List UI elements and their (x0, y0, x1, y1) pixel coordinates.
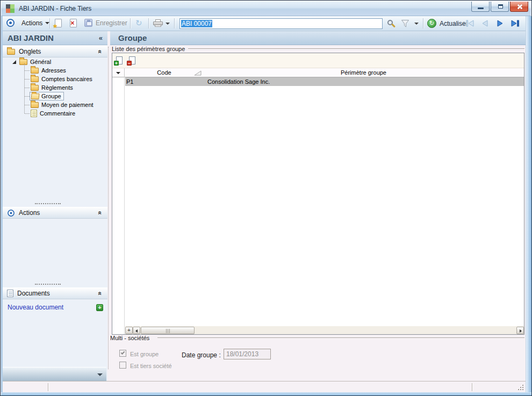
scrollbar-plus-button[interactable]: + (125, 327, 133, 334)
est-tiers-societe-label: Est tiers société (130, 363, 172, 369)
date-groupe-label: Date groupe : (182, 351, 221, 359)
panel-documents-header[interactable]: Documents « (3, 287, 107, 299)
tree-item-general[interactable]: Général (3, 57, 107, 66)
filter-dropdown-icon[interactable] (414, 23, 419, 25)
tree-expander-icon[interactable] (12, 60, 16, 64)
groupbox-multi-legend: Multi - sociétés (110, 335, 153, 341)
filter-icon[interactable] (400, 19, 410, 28)
folder-icon (7, 49, 15, 55)
new-record-button[interactable]: ★ (55, 19, 62, 27)
add-row-icon: + (116, 56, 123, 64)
actualiser-button[interactable]: ↻ Actualiser (427, 19, 468, 28)
save-label: Enregistrer (96, 19, 127, 27)
print-button[interactable] (153, 19, 163, 27)
actions-menu-button[interactable]: Actions (21, 19, 49, 27)
folder-icon (31, 76, 39, 82)
sidebar-splitter[interactable] (108, 47, 109, 369)
panel-onglets-header[interactable]: Onglets « (3, 46, 107, 57)
groupbox-perimetres-legend: Liste des périmètres groupe (112, 46, 188, 52)
table-row[interactable]: P1 Consolidation Sage Inc. (125, 77, 524, 86)
panel-splitter-handle[interactable] (35, 284, 61, 285)
grid-add-row-button[interactable]: + (116, 56, 123, 64)
statusbar-divider (472, 383, 472, 391)
sidebar-footer-bar[interactable] (3, 367, 106, 381)
tree-item-adresses[interactable]: Adresses (3, 66, 107, 75)
date-groupe-field: 18/01/2013 (224, 349, 271, 359)
nav-first-button[interactable] (465, 19, 475, 27)
panel-documents-label: Documents (17, 290, 50, 297)
collapse-panel-icon[interactable]: « (97, 292, 104, 296)
panel-actions-label: Actions (19, 209, 40, 217)
cell-perimetre: Consolidation Sage Inc. (207, 77, 270, 86)
collapse-panel-icon[interactable]: « (97, 50, 104, 54)
onglets-tree: Général Adresses Comptes bancaires Règle… (3, 57, 107, 118)
new-document-icon: ★ (55, 19, 62, 27)
scroll-right-button[interactable] (516, 327, 524, 334)
print-dropdown-icon[interactable] (166, 23, 170, 25)
status-bar (3, 381, 526, 392)
est-tiers-societe-checkbox[interactable] (119, 362, 126, 369)
collapse-panel-icon[interactable]: « (97, 211, 104, 215)
tree-item-reglements[interactable]: Règlements (3, 83, 107, 92)
column-header-code[interactable]: Code (125, 68, 203, 77)
resize-grip[interactable] (517, 384, 523, 390)
panel-actions-header[interactable]: Actions « (3, 207, 107, 219)
sidebar-collapse-button[interactable]: « (99, 31, 103, 45)
tree-item-groupe[interactable]: Groupe (3, 92, 107, 100)
delete-record-button[interactable]: × (70, 19, 77, 27)
nav-last-button[interactable] (511, 19, 520, 27)
toolbar-separator (148, 18, 149, 28)
est-groupe-checkbox[interactable] (119, 350, 126, 357)
remove-row-icon: − (129, 56, 135, 64)
refresh-icon[interactable]: ↻ (135, 18, 142, 28)
nav-previous-button[interactable] (481, 19, 489, 27)
panel-splitter-handle[interactable] (35, 203, 61, 204)
toolbar-separator (174, 18, 175, 28)
save-icon (84, 19, 92, 27)
tree-item-commentaire[interactable]: Commentaire (3, 109, 107, 118)
selected-tree-item: Groupe (30, 92, 64, 100)
note-icon (31, 110, 37, 117)
toolbar-separator (130, 18, 131, 28)
bullseye-icon (8, 210, 15, 217)
statusbar-divider (48, 383, 48, 391)
horizontal-scrollbar[interactable]: + (125, 326, 524, 334)
add-document-button[interactable]: + (96, 304, 103, 311)
groupbox-line (187, 48, 524, 49)
grid-row-gutter (112, 77, 125, 334)
nav-next-button[interactable] (496, 19, 504, 27)
save-button[interactable]: Enregistrer (84, 19, 127, 27)
close-button[interactable] (510, 2, 528, 12)
grid-options-button[interactable] (112, 68, 125, 77)
sidebar-title: ABI JARDIN « (3, 31, 107, 45)
record-id-input[interactable]: ABI 00007 (179, 18, 383, 29)
folder-icon (31, 85, 39, 91)
cell-code: P1 (126, 77, 133, 86)
chevron-down-icon (97, 373, 103, 376)
column-header-perimetre[interactable]: Périmètre groupe (203, 68, 524, 77)
minimize-button[interactable] (471, 2, 490, 12)
grid-remove-row-button[interactable]: − (129, 56, 135, 64)
window-frame (526, 16, 531, 392)
nouveau-document-link[interactable]: Nouveau document (8, 304, 63, 311)
actions-menu-label: Actions (21, 19, 42, 27)
delete-document-icon: × (70, 19, 77, 27)
scrollbar-thumb[interactable] (141, 327, 195, 334)
est-groupe-label: Est groupe (130, 351, 159, 357)
record-id-value: ABI 00007 (181, 20, 212, 27)
window-title: ABI JARDIN - Fiche Tiers (19, 5, 91, 12)
window-frame (1, 392, 531, 396)
tree-item-comptes-bancaires[interactable]: Comptes bancaires (3, 75, 107, 83)
groupbox-line (157, 337, 524, 339)
scroll-left-button[interactable] (133, 327, 140, 334)
actualiser-label: Actualiser (440, 20, 468, 27)
search-icon[interactable] (387, 20, 393, 25)
folder-icon (31, 68, 39, 74)
folder-icon (19, 59, 27, 65)
refresh-green-icon: ↻ (427, 19, 436, 28)
maximize-button[interactable] (491, 2, 509, 12)
tree-item-moyen-de-paiement[interactable]: Moyen de paiement (3, 100, 107, 109)
page-title: Groupe (110, 31, 526, 45)
perimetres-grid: + − Code Périmètre groupe P1 (112, 53, 524, 335)
grid-header-row: Code Périmètre groupe (112, 68, 524, 77)
